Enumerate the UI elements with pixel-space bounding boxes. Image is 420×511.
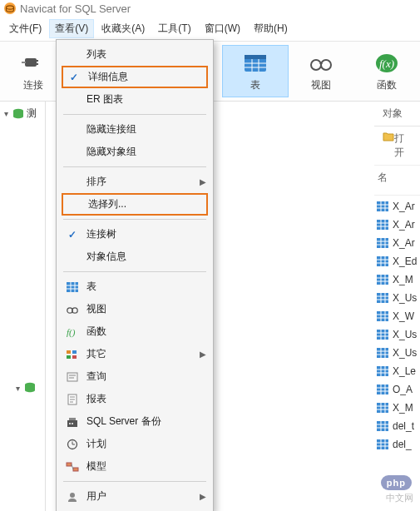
table-row[interactable]: X_Ed	[374, 252, 420, 270]
menu-item-sort[interactable]: 排序 ▶	[57, 171, 213, 193]
toolbar-view[interactable]: 视图	[289, 45, 354, 97]
toolbar-table[interactable]: 表	[222, 45, 288, 97]
user-icon	[65, 490, 80, 504]
menu-item-user[interactable]: 用户 ▶	[57, 485, 213, 508]
caret-down-icon[interactable]: ▾	[13, 384, 22, 393]
table-row[interactable]: X_M	[374, 399, 420, 417]
table-name: X_Ar	[393, 201, 415, 212]
open-button[interactable]: 打开	[374, 127, 420, 166]
table-name: X_Us	[393, 329, 417, 340]
svg-rect-78	[377, 421, 388, 431]
check-icon: ✓	[65, 229, 80, 241]
tree-child[interactable]: ▾	[2, 380, 43, 395]
column-header-name[interactable]: 名	[374, 166, 420, 196]
toolbar-function-label: 函数	[377, 78, 397, 92]
menu-item-details[interactable]: ✓ 详细信息	[63, 67, 206, 87]
svg-rect-97	[72, 350, 77, 354]
table-row[interactable]: X_Ar	[374, 216, 420, 234]
menu-file[interactable]: 文件(F)	[3, 19, 47, 38]
table-row[interactable]: X_Us	[374, 289, 420, 307]
menu-item-function[interactable]: f() 函数	[57, 320, 213, 343]
table-name: O_A	[393, 384, 413, 395]
menu-item-query[interactable]: 查询	[57, 365, 213, 388]
table-name: X_Le	[393, 365, 416, 377]
table-icon	[376, 402, 389, 414]
table-row[interactable]: X_Us	[374, 325, 420, 344]
table-list: X_ArX_ArX_ArX_EdX_MX_UsX_WX_UsX_UsX_LeO_…	[374, 196, 420, 511]
table-row[interactable]: X_M	[374, 270, 420, 289]
svg-line-116	[72, 464, 73, 469]
menu-item-report[interactable]: 报表	[57, 388, 213, 410]
objects-label: 对象	[383, 107, 403, 121]
table-name: del_	[393, 439, 412, 450]
svg-rect-99	[72, 355, 77, 359]
menu-item-backup[interactable]: SQL Server 备份	[57, 410, 213, 433]
tree-root[interactable]: ▾ 测	[2, 105, 43, 122]
svg-rect-7	[245, 55, 266, 59]
menu-view[interactable]: 查看(V)	[49, 19, 94, 38]
table-row[interactable]: X_Le	[374, 362, 420, 380]
menu-tools[interactable]: 工具(T)	[152, 19, 196, 38]
svg-point-13	[321, 60, 331, 70]
svg-rect-110	[69, 418, 76, 420]
table-name: X_Ed	[393, 256, 417, 267]
table-row[interactable]: O_A	[374, 380, 420, 399]
table-icon	[376, 384, 389, 395]
table-row[interactable]: X_Ar	[374, 197, 420, 216]
titlebar: Navicat for SQL Server	[0, 0, 420, 17]
separator	[63, 166, 206, 167]
menu-item-table[interactable]: 表	[57, 275, 213, 298]
svg-rect-88	[67, 282, 78, 292]
svg-rect-100	[67, 373, 77, 381]
table-icon	[376, 237, 389, 249]
menu-window[interactable]: 窗口(W)	[199, 19, 246, 38]
menu-item-hide-conn-group[interactable]: 隐藏连接组	[57, 118, 213, 141]
table-icon	[376, 274, 389, 285]
menu-item-conn-tree[interactable]: ✓ 连接树	[57, 223, 213, 246]
svg-rect-3	[36, 60, 38, 62]
app-icon	[3, 2, 17, 15]
table-icon	[376, 292, 389, 304]
table-icon	[376, 310, 389, 322]
table-name: X_Us	[393, 292, 417, 304]
table-icon	[376, 256, 389, 267]
menu-help[interactable]: 帮助(H)	[248, 19, 294, 38]
table-row[interactable]: del_	[374, 435, 420, 454]
open-label: 打开	[394, 131, 412, 160]
menu-item-view[interactable]: 视图	[57, 298, 213, 320]
svg-rect-43	[377, 293, 388, 303]
svg-rect-98	[67, 355, 71, 359]
menu-item-list[interactable]: 列表	[57, 43, 213, 66]
svg-text:f(): f()	[67, 327, 76, 338]
toolbar-function[interactable]: f(x) 函数	[354, 45, 420, 97]
menu-item-erdiagram[interactable]: ER 图表	[57, 88, 213, 111]
svg-rect-38	[377, 275, 388, 285]
menu-item-schedule[interactable]: 计划	[57, 433, 213, 455]
table-icon	[376, 201, 389, 212]
table-name: X_Ar	[393, 237, 415, 249]
table-name: X_Us	[393, 347, 417, 359]
svg-rect-114	[67, 463, 72, 466]
caret-down-icon[interactable]: ▾	[2, 109, 10, 118]
menu-item-model[interactable]: 模型	[57, 455, 213, 478]
tree-panel: ▾ 测 ▾	[0, 102, 46, 511]
chevron-right-icon: ▶	[200, 177, 206, 186]
table-row[interactable]: X_Us	[374, 344, 420, 362]
table-row[interactable]: X_Ar	[374, 234, 420, 252]
highlight-choose-columns: 选择列...	[62, 193, 208, 216]
menu-item-choose-columns[interactable]: 选择列...	[63, 195, 206, 214]
svg-rect-48	[377, 311, 388, 321]
table-row[interactable]: X_W	[374, 307, 420, 325]
table-icon	[242, 50, 269, 77]
svg-point-12	[311, 60, 321, 70]
clock-icon	[65, 438, 80, 451]
table-icon	[376, 365, 389, 377]
table-icon	[376, 219, 389, 231]
menu-item-hide-obj-group[interactable]: 隐藏对象组	[57, 141, 213, 163]
svg-rect-23	[377, 220, 388, 230]
menu-item-other[interactable]: 其它 ▶	[57, 343, 213, 365]
menu-item-obj-info[interactable]: 对象信息	[57, 246, 213, 268]
chevron-right-icon: ▶	[200, 350, 206, 359]
menu-favorites[interactable]: 收藏夹(A)	[96, 19, 151, 38]
table-row[interactable]: del_t	[374, 417, 420, 435]
